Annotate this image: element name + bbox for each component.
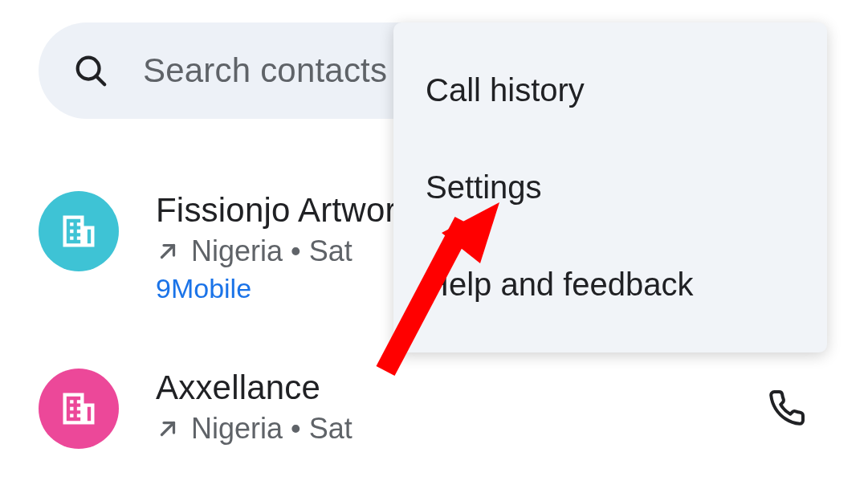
- svg-line-3: [162, 423, 174, 435]
- call-button[interactable]: [768, 389, 806, 430]
- svg-line-2: [162, 246, 174, 258]
- call-meta: Nigeria • Sat: [156, 412, 768, 446]
- call-meta-text: Nigeria • Sat: [191, 234, 352, 268]
- overflow-menu: Call history Settings Help and feedback: [393, 22, 827, 352]
- menu-item-settings[interactable]: Settings: [393, 139, 827, 236]
- call-meta-text: Nigeria • Sat: [191, 412, 352, 446]
- avatar: [39, 369, 119, 449]
- call-info: Axxellance Nigeria • Sat: [156, 369, 768, 450]
- building-icon: [58, 210, 100, 252]
- contact-name: Axxellance: [156, 369, 768, 407]
- outgoing-call-icon: [156, 239, 180, 263]
- menu-item-help-feedback[interactable]: Help and feedback: [393, 236, 827, 333]
- building-icon: [58, 388, 100, 430]
- menu-item-call-history[interactable]: Call history: [393, 42, 827, 139]
- svg-line-1: [96, 76, 105, 85]
- phone-icon: [768, 389, 806, 427]
- outgoing-call-icon: [156, 417, 180, 441]
- search-icon: [72, 52, 109, 89]
- call-item[interactable]: Axxellance Nigeria • Sat: [39, 354, 825, 465]
- avatar: [39, 191, 119, 271]
